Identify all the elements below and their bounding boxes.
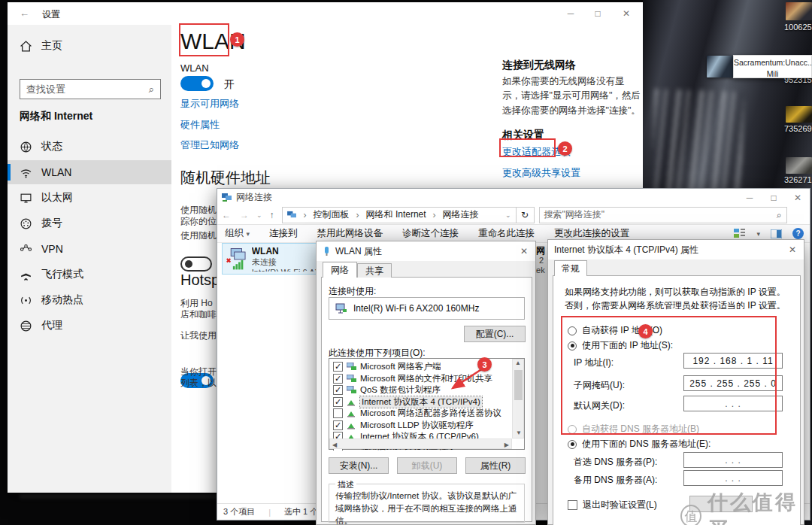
properties-button[interactable]: 属性(R) bbox=[465, 457, 526, 474]
sidebar-item-ethernet[interactable]: 以太网 bbox=[8, 186, 171, 210]
link-manage-known-networks[interactable]: 管理已知网络 bbox=[180, 138, 239, 152]
horizontal-scrollbar[interactable]: ◀ ▶ bbox=[329, 439, 512, 449]
toolbar-change-settings[interactable]: 更改此连接的设置 bbox=[554, 227, 629, 240]
sidebar-item-label: 移动热点 bbox=[41, 293, 83, 307]
sidebar-item-mobile-hotspot[interactable]: 移动热点 bbox=[8, 288, 171, 312]
text-fragment: 列表，以 bbox=[180, 377, 217, 390]
checkbox-checked[interactable]: ✓ bbox=[333, 362, 343, 372]
close-icon[interactable]: ✕ bbox=[789, 244, 796, 255]
views-dropdown-icon[interactable]: ▾ bbox=[756, 230, 760, 238]
search-placeholder: 搜索"网络连接" bbox=[544, 208, 605, 221]
validate-on-exit-checkbox[interactable]: 退出时验证设置(L) bbox=[568, 499, 657, 511]
checkbox-checked[interactable]: ✓ bbox=[333, 397, 343, 407]
random-address-toggle[interactable] bbox=[180, 256, 212, 272]
wlan-properties-dialog: WLAN 属性 ✕ 网络 共享 连接时使用: Intel(R) Wi-Fi 6 … bbox=[316, 241, 536, 525]
adapter-name: Intel(R) Wi-Fi 6 AX200 160MHz bbox=[353, 303, 479, 314]
scrollbar-thumb[interactable] bbox=[514, 370, 523, 400]
playlist-thumbnail[interactable] bbox=[786, 2, 812, 20]
checkbox-checked[interactable]: ✓ bbox=[333, 420, 343, 430]
views-icon[interactable] bbox=[734, 229, 746, 238]
protocol-icon bbox=[347, 421, 356, 429]
maximize-icon[interactable]: □ bbox=[592, 8, 604, 19]
checkbox-unchecked[interactable] bbox=[333, 408, 343, 418]
description-text: 传输控制协议/Internet 协议。该协议是默认的广域网络协议，用于在不同的相… bbox=[329, 484, 524, 525]
close-icon[interactable]: ✕ bbox=[620, 8, 632, 19]
proxy-globe-icon bbox=[20, 320, 32, 332]
minimize-icon[interactable]: ─ bbox=[565, 8, 577, 19]
tab-sharing[interactable]: 共享 bbox=[357, 263, 392, 278]
link-change-advanced-sharing[interactable]: 更改高级共享设置 bbox=[502, 166, 580, 180]
wlan-toggle[interactable] bbox=[180, 76, 214, 91]
tab-general[interactable]: 常规 bbox=[554, 260, 587, 276]
sidebar-item-home[interactable]: 主页 bbox=[8, 34, 171, 58]
playlist-thumbnail[interactable] bbox=[786, 157, 812, 174]
preview-pane-icon[interactable] bbox=[771, 229, 782, 238]
up-icon[interactable]: ↑ bbox=[265, 210, 279, 220]
configure-button[interactable]: 配置(C)... bbox=[464, 326, 526, 342]
sidebar-item-proxy[interactable]: 代理 bbox=[8, 314, 171, 338]
uninstall-button[interactable]: 卸载(U) bbox=[397, 457, 457, 474]
minimize-icon[interactable]: ─ bbox=[744, 193, 756, 203]
checkbox-unchecked[interactable] bbox=[568, 500, 577, 510]
scroll-right-icon[interactable]: ▶ bbox=[504, 442, 509, 448]
close-icon[interactable]: ✕ bbox=[520, 246, 528, 256]
breadcrumb-item[interactable]: 控制面板 bbox=[314, 208, 350, 221]
sidebar-item-airplane-mode[interactable]: 飞行模式 bbox=[8, 262, 171, 287]
radio-use-dns[interactable]: 使用下面的 DNS 服务器地址(E): bbox=[568, 438, 710, 451]
address-dropdown-icon[interactable]: ⌄ bbox=[505, 211, 511, 219]
connection-adapter: Intel(R) Wi-Fi 6 AX2 bbox=[252, 268, 317, 272]
statusbar-divider: | bbox=[268, 508, 271, 517]
dns-alt-field[interactable]: . . . bbox=[683, 470, 783, 486]
toolbar-disable-device[interactable]: 禁用此网络设备 bbox=[317, 227, 383, 240]
sidebar-item-vpn[interactable]: VPN bbox=[8, 237, 171, 261]
sidebar-item-wlan[interactable]: WLAN bbox=[8, 160, 171, 184]
toolbar-organize[interactable]: 组织 ▾ bbox=[225, 227, 250, 240]
tooltip-thumbnail bbox=[707, 56, 733, 77]
blurred-caption bbox=[20, 494, 223, 499]
maximize-icon[interactable]: □ bbox=[768, 193, 780, 203]
scroll-left-icon[interactable]: ◀ bbox=[332, 442, 337, 448]
settings-sidebar: 主页 查找设置 ⌕ 网络和 Internet 状态 WLAN 以太网 拨号 bbox=[8, 25, 171, 493]
link-show-available-networks[interactable]: 显示可用网络 bbox=[180, 97, 239, 111]
back-icon[interactable]: ← bbox=[20, 8, 29, 19]
scroll-up-icon[interactable]: ▲ bbox=[513, 360, 523, 366]
breadcrumb-item[interactable]: 网络连接 bbox=[443, 208, 479, 221]
history-dropdown-icon[interactable]: ⌄ bbox=[253, 211, 265, 219]
hotspot-icon bbox=[20, 294, 32, 307]
vertical-scrollbar[interactable]: ▲ ▼ bbox=[512, 359, 524, 439]
sidebar-item-label: 拨号 bbox=[41, 217, 62, 230]
sidebar-item-status[interactable]: 状态 bbox=[8, 135, 171, 159]
refresh-button[interactable]: ↻ bbox=[517, 207, 535, 223]
link-hardware-properties[interactable]: 硬件属性 bbox=[180, 118, 220, 132]
playlist-number: 326271 bbox=[784, 175, 812, 184]
explorer-navbar: ← → ⌄ ↑ › 控制面板 › 网络和 Internet › 网络连接 ⌄ ↻… bbox=[217, 205, 810, 225]
back-icon[interactable]: ← bbox=[217, 210, 235, 220]
breadcrumb-item[interactable]: 网络和 Internet bbox=[366, 208, 426, 221]
search-icon[interactable]: ⌕ bbox=[149, 83, 154, 96]
toolbar-rename[interactable]: 重命名此连接 bbox=[478, 227, 535, 240]
playlist-number: 1006255 bbox=[784, 23, 812, 32]
toolbar-connect-to[interactable]: 连接到 bbox=[269, 227, 298, 240]
text-fragment: 踪你的位 bbox=[180, 215, 217, 228]
protocol-item[interactable]: ✓Microsoft LLDP 协议驱动程序 bbox=[331, 420, 511, 432]
checkbox-checked[interactable]: ✓ bbox=[333, 374, 343, 384]
dns-primary-field[interactable]: . . . bbox=[683, 452, 783, 468]
close-icon[interactable]: ✕ bbox=[792, 193, 804, 203]
sidebar-item-dialup[interactable]: 拨号 bbox=[8, 211, 171, 235]
search-input[interactable]: 查找设置 ⌕ bbox=[20, 79, 161, 99]
tab-network[interactable]: 网络 bbox=[323, 262, 357, 278]
scroll-down-icon[interactable]: ▼ bbox=[516, 429, 522, 436]
dialog-titlebar: WLAN 属性 ✕ bbox=[317, 241, 535, 261]
forward-icon[interactable]: → bbox=[235, 210, 253, 220]
install-button[interactable]: 安装(N)... bbox=[329, 457, 389, 474]
playlist-thumbnail[interactable] bbox=[786, 106, 812, 123]
checkbox-checked[interactable]: ✓ bbox=[333, 385, 343, 395]
radio-icon-selected[interactable] bbox=[568, 440, 577, 449]
protocol-item[interactable]: Microsoft 网络适配器多路传送器协议 bbox=[331, 408, 511, 420]
explorer-search-input[interactable]: 搜索"网络连接" ⌕ bbox=[539, 207, 787, 223]
sidebar-item-label: 飞行模式 bbox=[41, 268, 83, 281]
wlan-connection-item[interactable]: WLAN 未连接 Intel(R) Wi-Fi 6 AX2 bbox=[222, 243, 321, 275]
breadcrumb[interactable]: › 控制面板 › 网络和 Internet › 网络连接 ⌄ bbox=[282, 207, 517, 223]
toolbar-diagnose[interactable]: 诊断这个连接 bbox=[402, 227, 459, 240]
help-icon[interactable]: ? bbox=[792, 228, 804, 239]
